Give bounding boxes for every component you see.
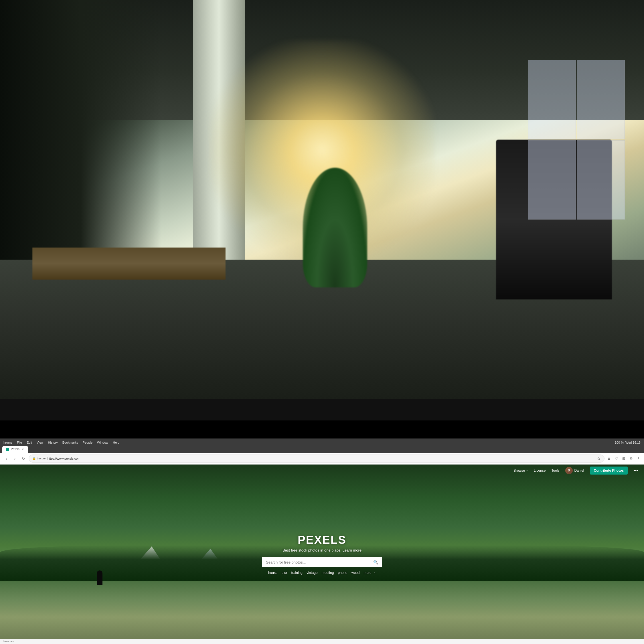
office-background xyxy=(0,0,309,309)
office-scene xyxy=(0,0,309,309)
table xyxy=(32,248,226,280)
window-light xyxy=(209,40,309,260)
